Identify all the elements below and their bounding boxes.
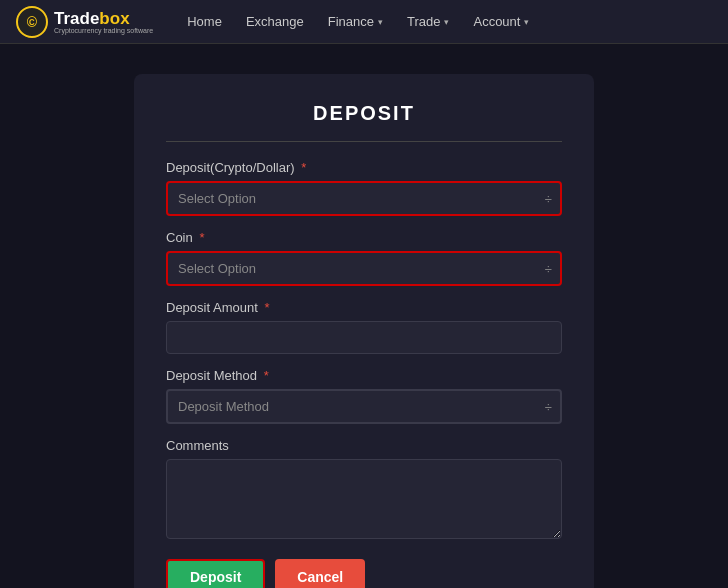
deposit-card: DEPOSIT Deposit(Crypto/Dollar) * Select … — [134, 74, 594, 588]
finance-caret-icon: ▾ — [378, 17, 383, 27]
deposit-type-group: Deposit(Crypto/Dollar) * Select Option — [166, 160, 562, 216]
nav-finance[interactable]: Finance ▾ — [318, 10, 393, 33]
deposit-method-select-wrapper: Deposit Method — [166, 389, 562, 424]
deposit-button[interactable]: Deposit — [166, 559, 265, 588]
comments-group: Comments — [166, 438, 562, 543]
navbar: © Tradebox Cryptocurrency trading softwa… — [0, 0, 728, 44]
nav-trade[interactable]: Trade ▾ — [397, 10, 459, 33]
deposit-method-label: Deposit Method * — [166, 368, 562, 383]
deposit-method-required: * — [264, 368, 269, 383]
coin-select[interactable]: Select Option — [166, 251, 562, 286]
coin-group: Coin * Select Option — [166, 230, 562, 286]
button-row: Deposit Cancel — [166, 559, 562, 588]
coin-label: Coin * — [166, 230, 562, 245]
deposit-amount-label: Deposit Amount * — [166, 300, 562, 315]
nav-account[interactable]: Account ▾ — [463, 10, 539, 33]
logo-trade: Trade — [54, 9, 99, 28]
nav-links: Home Exchange Finance ▾ Trade ▾ Account … — [177, 10, 712, 33]
comments-label: Comments — [166, 438, 562, 453]
deposit-type-label: Deposit(Crypto/Dollar) * — [166, 160, 562, 175]
deposit-type-select[interactable]: Select Option — [166, 181, 562, 216]
logo-box: box — [99, 9, 129, 28]
main-content: DEPOSIT Deposit(Crypto/Dollar) * Select … — [0, 44, 728, 588]
logo-text: Tradebox Cryptocurrency trading software — [54, 9, 153, 34]
logo-symbol: © — [27, 14, 37, 30]
nav-home[interactable]: Home — [177, 10, 232, 33]
comments-textarea[interactable] — [166, 459, 562, 539]
logo-icon: © — [16, 6, 48, 38]
account-caret-icon: ▾ — [524, 17, 529, 27]
cancel-button[interactable]: Cancel — [275, 559, 365, 588]
coin-select-wrapper: Select Option — [166, 251, 562, 286]
coin-required: * — [199, 230, 204, 245]
logo: © Tradebox Cryptocurrency trading softwa… — [16, 6, 153, 38]
deposit-amount-required: * — [264, 300, 269, 315]
deposit-title: DEPOSIT — [166, 102, 562, 125]
trade-caret-icon: ▾ — [444, 17, 449, 27]
deposit-amount-group: Deposit Amount * — [166, 300, 562, 354]
deposit-method-group: Deposit Method * Deposit Method — [166, 368, 562, 424]
deposit-type-required: * — [301, 160, 306, 175]
nav-exchange[interactable]: Exchange — [236, 10, 314, 33]
deposit-type-select-wrapper: Select Option — [166, 181, 562, 216]
deposit-amount-input[interactable] — [166, 321, 562, 354]
deposit-method-select[interactable]: Deposit Method — [166, 389, 562, 424]
divider — [166, 141, 562, 142]
logo-subtitle: Cryptocurrency trading software — [54, 27, 153, 34]
